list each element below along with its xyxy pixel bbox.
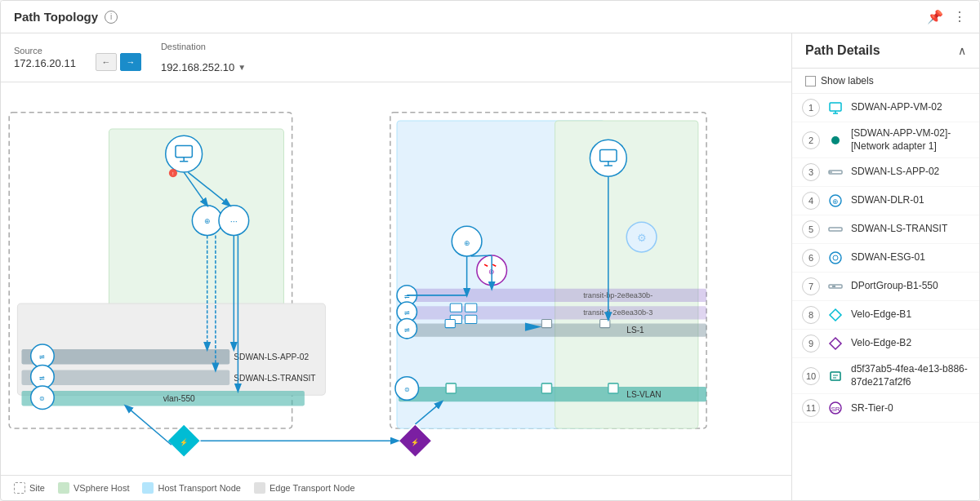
- destination-field: Destination 192.168.252.10 ▼: [161, 42, 246, 73]
- path-item-number: 6: [802, 249, 820, 267]
- main-container: Path Topology i 📌 ⋮ Source 172.16.20.11 …: [0, 0, 980, 501]
- collapse-button[interactable]: ∧: [958, 44, 966, 57]
- legend-site: Site: [14, 482, 45, 494]
- list-item: 10 d5f37ab5-4fea-4e13-b886-87de217af2f6: [792, 358, 979, 394]
- legend-site-label: Site: [29, 483, 45, 493]
- legend-host-transport-label: Host Transport Node: [158, 483, 241, 493]
- svg-point-49: [590, 140, 626, 176]
- path-item-label: SDWAN-LS-TRANSIT: [851, 223, 947, 236]
- svg-rect-81: [541, 384, 551, 393]
- svg-text:⇌: ⇌: [39, 375, 45, 382]
- dropdown-arrow-icon[interactable]: ▼: [238, 63, 246, 72]
- list-item: 3 SDWAN-LS-APP-02: [792, 158, 979, 187]
- show-labels-checkbox[interactable]: [805, 76, 816, 86]
- source-label: Source: [14, 46, 76, 55]
- svg-text:!: !: [172, 171, 174, 176]
- svg-text:⚡: ⚡: [180, 438, 189, 447]
- path-item-number: 3: [802, 163, 820, 181]
- legend: Site VSphere Host Host Transport Node Ed…: [1, 475, 791, 500]
- svg-text:⊜: ⊜: [404, 386, 410, 393]
- path-item-label: SDWAN-DLR-01: [851, 194, 924, 207]
- topology-canvas: SDWAN-LS-APP-02 SDWAN-LS-TRANSIT vlan-55…: [1, 82, 791, 475]
- svg-text:⊕: ⊕: [832, 197, 839, 206]
- nav-next-button[interactable]: →: [120, 53, 141, 71]
- svg-text:⚙: ⚙: [637, 232, 647, 244]
- right-panel: Path Details ∧ Show labels 1 SDWAN-APP-V…: [791, 33, 979, 500]
- svg-text:⇌: ⇌: [404, 309, 410, 317]
- esg-icon: [826, 249, 844, 267]
- svg-text:⇌: ⇌: [404, 326, 410, 334]
- svg-rect-80: [446, 384, 456, 393]
- svg-text:LS-1: LS-1: [626, 326, 644, 335]
- svg-text:···: ···: [230, 216, 238, 226]
- svg-rect-68: [466, 304, 477, 312]
- path-item-label: d5f37ab5-4fea-4e13-b886-87de217af2f6: [851, 363, 969, 388]
- list-item: 5 SDWAN-LS-TRANSIT: [792, 215, 979, 244]
- svg-text:⊜: ⊜: [39, 395, 45, 402]
- menu-icon[interactable]: ⋮: [953, 9, 966, 24]
- legend-site-box: [14, 482, 25, 494]
- page-title: Path Topology: [14, 10, 98, 24]
- svg-rect-5: [555, 121, 698, 428]
- destination-wrapper: 192.168.252.10 ▼: [161, 61, 246, 73]
- right-panel-title: Path Details: [805, 43, 880, 58]
- pin-icon[interactable]: 📌: [927, 9, 943, 24]
- right-panel-header: Path Details ∧: [792, 33, 979, 69]
- list-item: 11 SR SR-Tier-0: [792, 394, 979, 423]
- path-item-number: 2: [802, 131, 820, 149]
- svg-rect-71: [445, 319, 455, 327]
- path-item-number: 8: [802, 306, 820, 324]
- info-icon[interactable]: i: [105, 11, 118, 24]
- content-area: Source 172.16.20.11 ← → Destination 192.…: [1, 33, 979, 500]
- svg-rect-72: [541, 319, 551, 327]
- topology-area: Source 172.16.20.11 ← → Destination 192.…: [1, 33, 791, 500]
- path-item-label: DPortGroup-B1-550: [851, 280, 938, 293]
- svg-point-95: [833, 255, 838, 260]
- svg-point-94: [830, 252, 841, 264]
- topology-svg: SDWAN-LS-APP-02 SDWAN-LS-TRANSIT vlan-55…: [1, 82, 791, 475]
- svg-text:vlan-550: vlan-550: [163, 394, 195, 403]
- list-item: 8 Velo-Edge-B1: [792, 301, 979, 330]
- vm-icon: [826, 99, 844, 117]
- show-labels-text: Show labels: [821, 75, 874, 86]
- path-item-number: 4: [802, 192, 820, 210]
- destination-label: Destination: [161, 42, 246, 51]
- velo-edge-b2-icon: [826, 335, 844, 352]
- svg-line-46: [126, 406, 172, 445]
- path-item-label: SDWAN-ESG-01: [851, 251, 925, 264]
- source-value: 172.16.20.11: [14, 57, 76, 69]
- svg-rect-67: [450, 304, 461, 312]
- path-item-number: 5: [802, 220, 820, 238]
- sr-tier0-icon: SR: [826, 399, 844, 417]
- path-item-number: 9: [802, 335, 820, 352]
- list-item: 6 SDWAN-ESG-01: [792, 244, 979, 273]
- velo-edge-b1-icon: [826, 306, 844, 324]
- svg-text:⇌: ⇌: [404, 293, 410, 300]
- svg-text:SR: SR: [831, 406, 840, 413]
- path-item-label: Velo-Edge-B2: [851, 337, 911, 350]
- svg-rect-93: [829, 228, 842, 231]
- legend-edge-transport-box: [254, 482, 265, 494]
- nav-prev-button[interactable]: ←: [96, 53, 117, 71]
- ls-icon: [826, 163, 844, 181]
- svg-rect-73: [600, 319, 610, 327]
- svg-rect-97: [832, 286, 835, 287]
- svg-rect-100: [831, 372, 840, 380]
- path-item-number: 1: [802, 99, 820, 117]
- path-item-number: 7: [802, 277, 820, 295]
- svg-rect-85: [830, 103, 841, 111]
- legend-host-transport: Host Transport Node: [142, 482, 241, 494]
- ls2-icon: [826, 220, 844, 238]
- svg-text:⚡: ⚡: [411, 438, 420, 447]
- legend-host-transport-box: [142, 482, 154, 494]
- svg-rect-82: [608, 384, 618, 393]
- list-item: 2 [SDWAN-APP-VM-02]-[Network adapter 1]: [792, 122, 979, 158]
- dlr-icon: ⊕: [826, 192, 844, 210]
- legend-vsphere-box: [58, 482, 69, 494]
- network-adapter-icon: [826, 131, 844, 149]
- svg-text:transit-rl-2e8ea30b-3: transit-rl-2e8ea30b-3: [583, 308, 653, 317]
- list-item: 4 ⊕ SDWAN-DLR-01: [792, 187, 979, 215]
- list-item: 7 DPortGroup-B1-550: [792, 273, 979, 301]
- nav-buttons: ← →: [96, 53, 141, 71]
- list-item: 9 Velo-Edge-B2: [792, 330, 979, 358]
